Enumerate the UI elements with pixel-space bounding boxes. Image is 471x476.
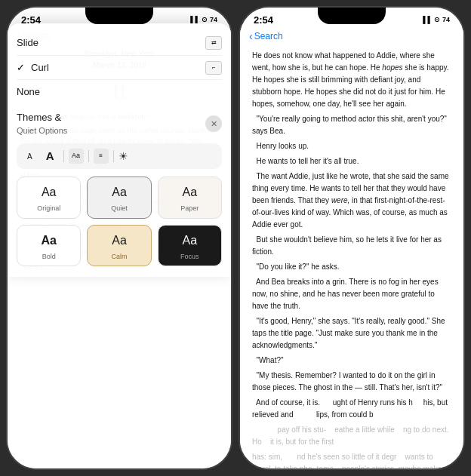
divider-1 xyxy=(63,150,64,162)
font-controls: A A Aa ≡ ☀ xyxy=(17,143,222,170)
theme-original[interactable]: Aa Original xyxy=(17,177,81,219)
back-label-right: Search xyxy=(254,31,283,41)
app-container: 2:54 ▌▌ ⊙ 74 ‹ Search Brooklyn, New York… xyxy=(0,0,471,476)
theme-quiet[interactable]: Aa Quiet xyxy=(87,177,151,219)
themes-subtitle: Quiet Options xyxy=(17,124,67,137)
left-phone: 2:54 ▌▌ ⊙ 74 ‹ Search Brooklyn, New York… xyxy=(6,6,232,470)
close-button[interactable]: ✕ xyxy=(205,115,222,132)
theme-bold[interactable]: Aa Bold xyxy=(17,225,81,267)
para-12: And of course, it is. ught of Henry runs… xyxy=(252,397,451,421)
theme-bold-preview: Aa xyxy=(41,232,56,250)
divider-3 xyxy=(113,150,114,162)
theme-quiet-name: Quiet xyxy=(111,204,128,214)
para-14: has: sim, nd he's seen so little of it d… xyxy=(252,451,451,468)
right-screen: 2:54 ▌▌ ⊙ 74 ‹ Search He does not know w… xyxy=(240,8,463,468)
slide-icon: ⇄ xyxy=(205,36,222,50)
theme-original-preview: Aa xyxy=(42,183,57,201)
para-6: But she wouldn't believe him, so he lets… xyxy=(252,234,451,258)
notch xyxy=(85,8,153,24)
theme-focus[interactable]: Aa Focus xyxy=(158,225,222,267)
para-7: "Do you like it?" he asks. xyxy=(252,261,451,273)
slide-left: Slide xyxy=(17,35,38,51)
para-11: "My thesis. Remember? I wanted to do it … xyxy=(252,370,451,394)
theme-quiet-preview: Aa xyxy=(112,183,127,201)
back-arrow-right: ‹ xyxy=(249,30,253,42)
reading-content: He does not know what happened to Addie,… xyxy=(240,45,463,468)
theme-focus-preview: Aa xyxy=(183,232,198,250)
back-button-right[interactable]: ‹ Search xyxy=(249,30,283,42)
themes-label: Themes & Quiet Options xyxy=(17,110,67,137)
themes-title: Themes & xyxy=(17,112,61,123)
transition-options: Slide ⇄ ✓ Curl ⌐ xyxy=(17,31,222,104)
font-style-icon[interactable]: Aa xyxy=(69,149,84,164)
right-phone: 2:54 ▌▌ ⊙ 74 ‹ Search He does not know w… xyxy=(239,6,465,470)
para-10: "What?" xyxy=(252,355,451,367)
para-13: pay off his stu- eathe a little while ng… xyxy=(252,424,451,448)
book-content: Brooklyn, New YorkMarch 13, 2015 II "Hen… xyxy=(8,45,231,277)
para-4: He wants to tell her it's all true. xyxy=(252,155,451,167)
divider-2 xyxy=(88,150,89,162)
curl-label: Curl xyxy=(31,60,49,75)
slide-label: Slide xyxy=(17,35,38,51)
font-format-icon[interactable]: ≡ xyxy=(94,149,109,164)
para-1: He does not know what happened to Addie,… xyxy=(252,50,451,110)
theme-original-name: Original xyxy=(37,204,60,214)
para-3: Henry looks up. xyxy=(252,140,451,152)
overlay-panel: Slide ⇄ ✓ Curl ⌐ xyxy=(8,23,231,277)
themes-header: Themes & Quiet Options ✕ xyxy=(17,110,222,137)
theme-calm[interactable]: Aa Calm xyxy=(87,225,151,267)
transition-curl[interactable]: ✓ Curl ⌐ xyxy=(17,56,222,81)
status-icons-left: ▌▌ ⊙ 74 xyxy=(190,16,217,23)
transition-slide[interactable]: Slide ⇄ xyxy=(17,31,222,56)
theme-bold-name: Bold xyxy=(42,252,56,263)
curl-icon: ⌐ xyxy=(205,61,222,75)
theme-paper-name: Paper xyxy=(180,204,199,214)
theme-paper[interactable]: Aa Paper xyxy=(158,177,222,219)
time-right: 2:54 xyxy=(254,14,273,26)
notch-right xyxy=(318,8,386,24)
curl-check: ✓ xyxy=(17,60,25,75)
theme-calm-name: Calm xyxy=(111,252,127,263)
para-5: The want Addie, just like he wrote, that… xyxy=(252,170,451,231)
brightness-icon[interactable]: ☀ xyxy=(119,149,128,164)
none-label: None xyxy=(17,84,40,100)
theme-calm-preview: Aa xyxy=(112,232,127,250)
para-8: And Bea breaks into a grin. There is no … xyxy=(252,276,451,312)
left-screen: 2:54 ▌▌ ⊙ 74 ‹ Search Brooklyn, New York… xyxy=(8,8,231,468)
status-icons-right: ▌▌ ⊙ 74 xyxy=(423,16,450,23)
nav-bar-right[interactable]: ‹ Search xyxy=(240,29,463,45)
theme-focus-name: Focus xyxy=(180,252,199,263)
themes-grid: Aa Original Aa Quiet Aa Paper Aa xyxy=(17,177,222,266)
para-2: "You're really going to method actor thi… xyxy=(252,113,451,137)
theme-paper-preview: Aa xyxy=(183,183,198,201)
font-increase[interactable]: A xyxy=(42,146,59,167)
para-9: "It's good, Henry," she says. "It's real… xyxy=(252,315,451,352)
none-left: None xyxy=(17,84,40,100)
transition-none[interactable]: None xyxy=(17,80,222,104)
curl-left: ✓ Curl xyxy=(17,60,49,75)
font-decrease[interactable]: A xyxy=(23,149,37,164)
